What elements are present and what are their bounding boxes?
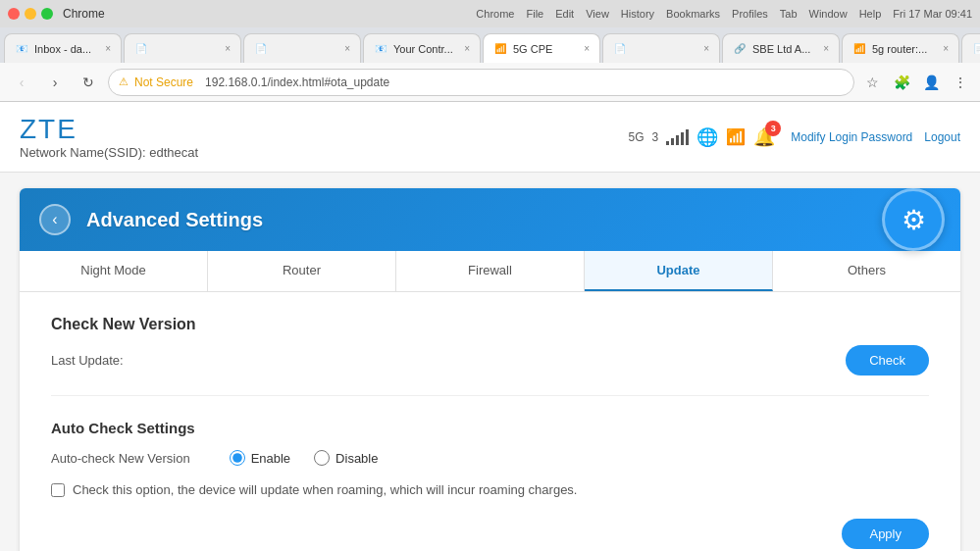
browser-window: Chrome Chrome File Edit View History Boo…: [0, 0, 980, 551]
tab-close-icon[interactable]: ×: [344, 43, 350, 54]
tab-favicon: 📄: [613, 42, 627, 56]
tab-label: Inbox - da...: [34, 43, 99, 55]
roaming-checkbox-row: Check this option, the device will updat…: [51, 481, 929, 499]
signal-indicator: 5G 3 🌐 📶 🔔 3: [629, 126, 776, 148]
menu-file[interactable]: File: [526, 8, 543, 20]
tab-label: 5g router:...: [872, 43, 937, 55]
address-bar[interactable]: ⚠ Not Secure 192.168.0.1/index.html#ota_…: [108, 69, 854, 96]
zte-page: ZTE Network Name(SSID): edthecat 5G 3: [0, 102, 980, 551]
extensions-icon[interactable]: 🧩: [890, 71, 913, 94]
menu-view[interactable]: View: [586, 8, 609, 20]
last-update-row: Last Update: Check: [51, 345, 929, 396]
disable-label: Disable: [335, 451, 378, 466]
back-button[interactable]: ‹: [39, 204, 71, 235]
tab-firewall[interactable]: Firewall: [396, 251, 585, 291]
disable-radio[interactable]: [314, 450, 330, 466]
forward-button[interactable]: ›: [41, 69, 69, 96]
tab-close-icon[interactable]: ×: [105, 43, 111, 54]
tab-contracts[interactable]: 📧 Your Contr... ×: [363, 33, 481, 63]
tab-close-icon[interactable]: ×: [823, 43, 829, 54]
modify-login-link[interactable]: Modify Login Password: [791, 130, 912, 144]
notification-bell[interactable]: 🔔 3: [753, 126, 775, 148]
tab-close-icon[interactable]: ×: [464, 43, 470, 54]
auto-check-section: Auto Check Settings Auto-check New Versi…: [51, 420, 929, 499]
signal-number: 3: [652, 130, 659, 144]
check-button[interactable]: Check: [846, 345, 929, 376]
title-bar: Chrome Chrome File Edit View History Boo…: [0, 0, 980, 27]
notification-badge: 3: [765, 121, 781, 136]
bookmark-icon[interactable]: ☆: [860, 71, 884, 94]
security-label: Not Secure: [134, 75, 193, 89]
tab-sbe[interactable]: 🔗 SBE Ltd A... ×: [722, 33, 840, 63]
profile-icon[interactable]: 👤: [919, 71, 943, 94]
tab-blank2[interactable]: 📄 ×: [243, 33, 361, 63]
minimize-dot[interactable]: [25, 8, 36, 20]
tab-favicon: 🔗: [733, 42, 747, 56]
tab-favicon: 📄: [972, 42, 980, 56]
enable-label: Enable: [251, 451, 290, 466]
roaming-label: Check this option, the device will updat…: [73, 481, 577, 499]
tab-night-mode[interactable]: Night Mode: [20, 251, 208, 291]
tab-favicon: 📧: [15, 42, 28, 56]
enable-option[interactable]: Enable: [230, 450, 290, 466]
menu-window[interactable]: Window: [809, 8, 848, 20]
tab-inbox[interactable]: 📧 Inbox - da... ×: [4, 33, 122, 63]
tab-5grouter[interactable]: 📶 5g router:... ×: [842, 33, 959, 63]
tab-blank3[interactable]: 📄 ×: [602, 33, 720, 63]
network-name-value: edthecat: [149, 145, 198, 160]
tab-favicon: 📶: [852, 42, 866, 56]
reload-button[interactable]: ↻: [75, 69, 102, 96]
signal-type: 5G: [629, 130, 645, 144]
traffic-lights: [8, 8, 53, 20]
tab-favicon: 📄: [134, 42, 148, 56]
tab-close-icon[interactable]: ×: [584, 43, 590, 54]
check-version-title: Check New Version: [51, 316, 929, 333]
maximize-dot[interactable]: [41, 8, 53, 20]
tab-label: Your Contr...: [393, 43, 458, 55]
menu-profiles[interactable]: Profiles: [732, 8, 768, 20]
system-time: Fri 17 Mar 09:41: [893, 8, 972, 20]
enable-radio[interactable]: [230, 450, 245, 466]
tab-close-icon[interactable]: ×: [703, 43, 709, 54]
page-content: ZTE Network Name(SSID): edthecat 5G 3: [0, 102, 980, 551]
tab-update[interactable]: Update: [585, 251, 773, 291]
settings-tab-nav: Night Mode Router Firewall Update Others: [20, 251, 960, 292]
apply-button[interactable]: Apply: [842, 519, 929, 549]
logout-link[interactable]: Logout: [924, 130, 960, 144]
signal-bar-4: [681, 132, 684, 145]
panel-header: ‹ Advanced Settings ⚙: [20, 188, 960, 251]
signal-bar-2: [671, 138, 674, 145]
tab-blank1[interactable]: 📄 ×: [124, 33, 241, 63]
close-dot[interactable]: [8, 8, 20, 20]
back-icon: ‹: [52, 211, 57, 228]
menu-bookmarks[interactable]: Bookmarks: [666, 8, 720, 20]
menu-help[interactable]: Help: [859, 8, 882, 20]
menu-icon[interactable]: ⋮: [949, 71, 972, 94]
header-right: 5G 3 🌐 📶 🔔 3: [629, 126, 960, 148]
wifi-icon: 📶: [726, 127, 746, 146]
settings-content: Check New Version Last Update: Check Aut…: [20, 292, 960, 551]
tab-others[interactable]: Others: [773, 251, 960, 291]
panel-title: Advanced Settings: [86, 209, 263, 231]
address-url[interactable]: 192.168.0.1/index.html#ota_update: [205, 75, 389, 89]
roaming-checkbox[interactable]: [51, 483, 65, 497]
tab-5gcpe[interactable]: 📶 5G CPE ×: [483, 33, 600, 63]
tab-favicon: 📶: [493, 42, 507, 56]
menu-edit[interactable]: Edit: [555, 8, 574, 20]
menu-tab[interactable]: Tab: [780, 8, 798, 20]
menu-bar: Chrome File Edit View History Bookmarks …: [476, 8, 972, 20]
header-links: Modify Login Password Logout: [791, 130, 960, 144]
last-update-label: Last Update:: [51, 353, 124, 368]
menu-chrome[interactable]: Chrome: [476, 8, 514, 20]
globe-icon: 🌐: [696, 126, 718, 148]
tab-blank4[interactable]: 📄 ×: [961, 33, 980, 63]
signal-bar-1: [666, 141, 669, 145]
signal-bar-5: [686, 129, 689, 145]
tab-close-icon[interactable]: ×: [225, 43, 231, 54]
back-button[interactable]: ‹: [8, 69, 35, 96]
tab-router[interactable]: Router: [208, 251, 396, 291]
menu-history[interactable]: History: [621, 8, 654, 20]
tab-close-icon[interactable]: ×: [943, 43, 949, 54]
disable-option[interactable]: Disable: [314, 450, 378, 466]
signal-bar-3: [676, 135, 679, 145]
